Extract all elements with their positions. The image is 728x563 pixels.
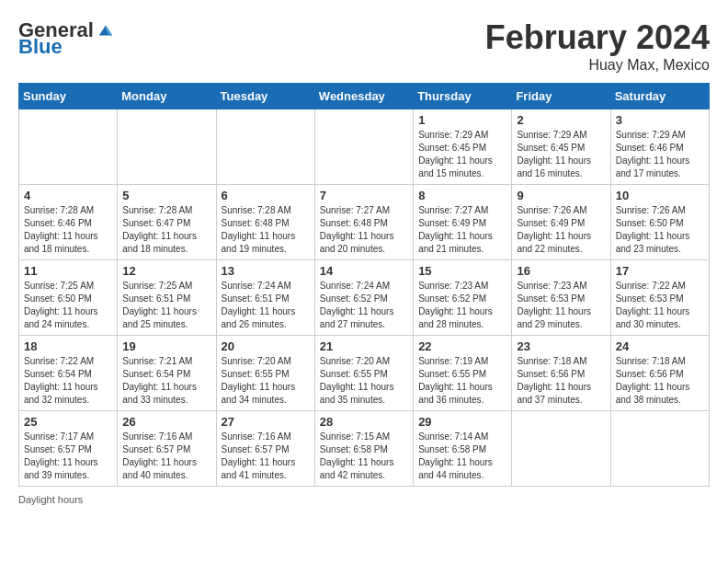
day-info: Sunrise: 7:21 AM Sunset: 6:54 PM Dayligh…	[122, 355, 210, 407]
day-info: Sunrise: 7:18 AM Sunset: 6:56 PM Dayligh…	[616, 355, 704, 407]
day-info: Sunrise: 7:16 AM Sunset: 6:57 PM Dayligh…	[222, 431, 310, 482]
day-number: 7	[320, 189, 408, 202]
day-number: 5	[122, 189, 210, 202]
day-number: 18	[24, 339, 112, 353]
calendar-cell	[216, 109, 314, 185]
day-info: Sunrise: 7:27 AM Sunset: 6:48 PM Dayligh…	[320, 204, 408, 256]
calendar-week-5: 25Sunrise: 7:17 AM Sunset: 6:57 PM Dayli…	[19, 411, 710, 487]
day-number: 29	[418, 415, 506, 429]
day-number: 23	[517, 339, 605, 353]
calendar-cell	[512, 411, 610, 487]
day-info: Sunrise: 7:28 AM Sunset: 6:48 PM Dayligh…	[222, 204, 310, 256]
day-number: 11	[24, 264, 112, 278]
col-header-saturday: Saturday	[610, 84, 709, 109]
calendar-cell: 23Sunrise: 7:18 AM Sunset: 6:56 PM Dayli…	[512, 336, 610, 411]
day-info: Sunrise: 7:28 AM Sunset: 6:47 PM Dayligh…	[122, 204, 210, 256]
day-info: Sunrise: 7:29 AM Sunset: 6:45 PM Dayligh…	[517, 129, 605, 180]
logo: General Blue	[18, 18, 114, 59]
calendar-cell: 12Sunrise: 7:25 AM Sunset: 6:51 PM Dayli…	[118, 260, 216, 336]
day-number: 26	[122, 415, 210, 429]
calendar-cell: 5Sunrise: 7:28 AM Sunset: 6:47 PM Daylig…	[118, 185, 216, 260]
day-number: 21	[320, 339, 408, 353]
day-info: Sunrise: 7:29 AM Sunset: 6:46 PM Dayligh…	[616, 129, 704, 180]
day-info: Sunrise: 7:16 AM Sunset: 6:57 PM Dayligh…	[122, 431, 210, 482]
day-number: 12	[122, 264, 210, 278]
calendar-cell	[118, 109, 216, 185]
calendar-cell: 14Sunrise: 7:24 AM Sunset: 6:52 PM Dayli…	[314, 260, 413, 336]
calendar-cell: 16Sunrise: 7:23 AM Sunset: 6:53 PM Dayli…	[512, 260, 610, 336]
calendar-cell: 21Sunrise: 7:20 AM Sunset: 6:55 PM Dayli…	[314, 336, 413, 411]
calendar-week-2: 4Sunrise: 7:28 AM Sunset: 6:46 PM Daylig…	[19, 185, 710, 260]
day-info: Sunrise: 7:24 AM Sunset: 6:51 PM Dayligh…	[222, 280, 310, 331]
day-info: Sunrise: 7:27 AM Sunset: 6:49 PM Dayligh…	[418, 204, 506, 256]
calendar-cell: 27Sunrise: 7:16 AM Sunset: 6:57 PM Dayli…	[216, 411, 314, 487]
month-title: February 2024	[485, 18, 710, 57]
day-info: Sunrise: 7:29 AM Sunset: 6:45 PM Dayligh…	[418, 129, 506, 180]
calendar-cell: 10Sunrise: 7:26 AM Sunset: 6:50 PM Dayli…	[610, 185, 709, 260]
calendar-cell: 3Sunrise: 7:29 AM Sunset: 6:46 PM Daylig…	[610, 109, 709, 185]
day-number: 3	[616, 113, 704, 127]
day-number: 10	[616, 189, 704, 202]
calendar-cell: 15Sunrise: 7:23 AM Sunset: 6:52 PM Dayli…	[414, 260, 512, 336]
day-number: 6	[222, 189, 310, 202]
calendar-cell: 18Sunrise: 7:22 AM Sunset: 6:54 PM Dayli…	[19, 336, 118, 411]
day-number: 27	[222, 415, 310, 429]
logo-icon	[97, 22, 114, 39]
calendar-cell: 7Sunrise: 7:27 AM Sunset: 6:48 PM Daylig…	[314, 185, 413, 260]
day-number: 8	[418, 189, 506, 202]
day-number: 2	[517, 113, 605, 127]
calendar-table: SundayMondayTuesdayWednesdayThursdayFrid…	[18, 83, 710, 487]
day-info: Sunrise: 7:22 AM Sunset: 6:53 PM Dayligh…	[616, 280, 704, 331]
day-info: Sunrise: 7:23 AM Sunset: 6:53 PM Dayligh…	[517, 280, 605, 331]
calendar-cell	[610, 411, 709, 487]
title-area: February 2024 Huay Max, Mexico	[485, 18, 710, 74]
day-number: 9	[517, 189, 605, 202]
day-number: 25	[24, 415, 112, 429]
day-info: Sunrise: 7:22 AM Sunset: 6:54 PM Dayligh…	[24, 355, 112, 407]
calendar-week-3: 11Sunrise: 7:25 AM Sunset: 6:50 PM Dayli…	[19, 260, 710, 336]
day-info: Sunrise: 7:26 AM Sunset: 6:49 PM Dayligh…	[517, 204, 605, 256]
day-number: 16	[517, 264, 605, 278]
day-info: Sunrise: 7:20 AM Sunset: 6:55 PM Dayligh…	[320, 355, 408, 407]
day-info: Sunrise: 7:15 AM Sunset: 6:58 PM Dayligh…	[320, 431, 408, 482]
day-info: Sunrise: 7:25 AM Sunset: 6:50 PM Dayligh…	[24, 280, 112, 331]
day-info: Sunrise: 7:23 AM Sunset: 6:52 PM Dayligh…	[418, 280, 506, 331]
day-info: Sunrise: 7:28 AM Sunset: 6:46 PM Dayligh…	[24, 204, 112, 256]
calendar-cell: 6Sunrise: 7:28 AM Sunset: 6:48 PM Daylig…	[216, 185, 314, 260]
col-header-monday: Monday	[118, 84, 216, 109]
day-number: 4	[24, 189, 112, 202]
day-number: 28	[320, 415, 408, 429]
calendar-cell: 28Sunrise: 7:15 AM Sunset: 6:58 PM Dayli…	[314, 411, 413, 487]
day-info: Sunrise: 7:18 AM Sunset: 6:56 PM Dayligh…	[517, 355, 605, 407]
calendar-cell: 20Sunrise: 7:20 AM Sunset: 6:55 PM Dayli…	[216, 336, 314, 411]
calendar-cell: 8Sunrise: 7:27 AM Sunset: 6:49 PM Daylig…	[414, 185, 512, 260]
col-header-tuesday: Tuesday	[216, 84, 314, 109]
col-header-thursday: Thursday	[414, 84, 512, 109]
calendar-cell: 9Sunrise: 7:26 AM Sunset: 6:49 PM Daylig…	[512, 185, 610, 260]
calendar-cell: 11Sunrise: 7:25 AM Sunset: 6:50 PM Dayli…	[19, 260, 118, 336]
calendar-header-row: SundayMondayTuesdayWednesdayThursdayFrid…	[19, 84, 710, 109]
day-number: 15	[418, 264, 506, 278]
day-info: Sunrise: 7:26 AM Sunset: 6:50 PM Dayligh…	[616, 204, 704, 256]
day-number: 13	[222, 264, 310, 278]
calendar-cell: 13Sunrise: 7:24 AM Sunset: 6:51 PM Dayli…	[216, 260, 314, 336]
footer: Daylight hours	[18, 494, 710, 505]
calendar-cell: 17Sunrise: 7:22 AM Sunset: 6:53 PM Dayli…	[610, 260, 709, 336]
day-number: 14	[320, 264, 408, 278]
calendar-cell: 24Sunrise: 7:18 AM Sunset: 6:56 PM Dayli…	[610, 336, 709, 411]
calendar-cell: 19Sunrise: 7:21 AM Sunset: 6:54 PM Dayli…	[118, 336, 216, 411]
day-info: Sunrise: 7:19 AM Sunset: 6:55 PM Dayligh…	[418, 355, 506, 407]
col-header-sunday: Sunday	[19, 84, 118, 109]
day-number: 19	[122, 339, 210, 353]
calendar-cell: 25Sunrise: 7:17 AM Sunset: 6:57 PM Dayli…	[19, 411, 118, 487]
day-number: 22	[418, 339, 506, 353]
day-info: Sunrise: 7:17 AM Sunset: 6:57 PM Dayligh…	[24, 431, 112, 482]
calendar-cell: 26Sunrise: 7:16 AM Sunset: 6:57 PM Dayli…	[118, 411, 216, 487]
calendar-cell: 22Sunrise: 7:19 AM Sunset: 6:55 PM Dayli…	[414, 336, 512, 411]
calendar-cell: 29Sunrise: 7:14 AM Sunset: 6:58 PM Dayli…	[414, 411, 512, 487]
day-number: 1	[418, 113, 506, 127]
logo-blue-text: Blue	[18, 35, 63, 59]
calendar-cell: 4Sunrise: 7:28 AM Sunset: 6:46 PM Daylig…	[19, 185, 118, 260]
calendar-cell: 2Sunrise: 7:29 AM Sunset: 6:45 PM Daylig…	[512, 109, 610, 185]
day-number: 24	[616, 339, 704, 353]
